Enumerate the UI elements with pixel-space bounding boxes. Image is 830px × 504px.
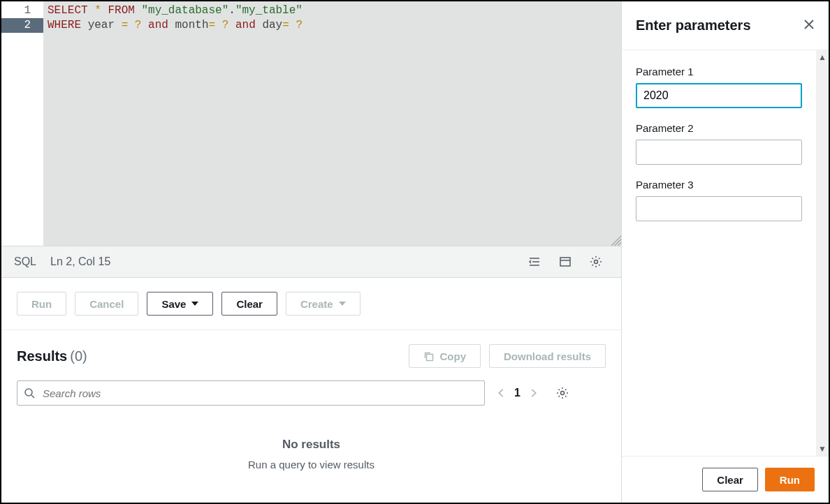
param-group-3: Parameter 3 [636,179,802,221]
kw-where: WHERE [48,19,81,31]
kw-select: SELECT [48,4,88,17]
search-box [17,380,485,406]
chevron-down-icon [191,302,198,306]
svg-point-1 [595,260,598,264]
status-cursor-pos: Ln 2, Col 15 [50,255,110,268]
status-lang: SQL [14,255,36,268]
kw-and: and [235,19,256,31]
scroll-up-icon[interactable]: ▲ [818,52,827,62]
close-icon[interactable] [803,19,815,32]
main-pane: 1 2 SELECT * FROM "my_database"."my_tabl… [1,1,622,503]
results-count: (0) [70,348,87,364]
run-button[interactable]: Run [17,292,66,316]
svg-point-4 [560,392,564,395]
results-section: Results (0) Copy Download results [1,330,621,503]
status-bar: SQL Ln 2, Col 15 [1,246,621,278]
line-number: 1 [1,3,43,18]
cancel-button[interactable]: Cancel [75,292,138,316]
str-db: "my_database" [141,4,228,17]
copy-label: Copy [439,350,466,362]
page-number: 1 [514,387,520,399]
pagination: 1 [496,387,539,399]
copy-icon [423,351,434,362]
param-input-3[interactable] [636,196,802,221]
svg-rect-0 [560,258,570,266]
op-eq: = [122,19,129,31]
chevron-down-icon [339,302,346,306]
param-group-2: Parameter 2 [636,122,802,165]
clear-button[interactable]: Clear [221,292,277,316]
kw-from: FROM [108,4,134,17]
col-year: year [88,19,115,31]
save-label: Save [161,298,186,310]
copy-button[interactable]: Copy [409,344,481,368]
code-area[interactable]: SELECT * FROM "my_database"."my_table" W… [43,1,621,246]
search-icon [24,387,35,399]
kw-and: and [148,19,168,31]
results-settings-icon[interactable] [550,380,575,406]
param-label: Parameter 1 [636,66,802,77]
resize-handle-icon[interactable] [611,236,621,246]
create-button[interactable]: Create [286,292,361,316]
scrollbar[interactable]: ▲ ▼ [816,50,829,456]
param-input-1[interactable] [636,83,802,108]
sql-editor[interactable]: 1 2 SELECT * FROM "my_database"."my_tabl… [1,1,621,246]
save-button[interactable]: Save [147,292,213,316]
settings-icon[interactable] [583,249,609,274]
panel-run-button[interactable]: Run [765,468,815,491]
format-icon[interactable] [522,249,547,274]
param-label: Parameter 2 [636,122,802,134]
download-results-button[interactable]: Download results [489,344,606,368]
prev-page-icon[interactable] [496,388,506,398]
line-number: 2 [1,18,43,33]
panel-clear-button[interactable]: Clear [702,468,758,491]
results-title: Results [17,348,67,364]
svg-rect-2 [427,354,433,360]
param-label: Parameter 3 [636,179,802,191]
op-star: * [94,4,101,17]
create-label: Create [300,298,333,310]
empty-subtitle: Run a query to view results [17,459,606,470]
action-toolbar: Run Cancel Save Clear Create [1,278,621,330]
svg-point-3 [25,389,32,396]
search-input[interactable] [17,380,485,406]
panel-title: Enter parameters [636,17,751,34]
str-tbl: "my_table" [235,4,303,17]
layout-icon[interactable] [553,249,578,274]
param-group-1: Parameter 1 [636,66,802,108]
scroll-down-icon[interactable]: ▼ [818,444,827,454]
col-month: month [175,19,209,31]
param-input-2[interactable] [636,140,802,165]
dot: . [228,4,235,17]
param-marker: ? [135,19,142,31]
op-eq: = [209,19,216,31]
empty-state: No results Run a query to view results [17,417,606,491]
parameters-panel: Enter parameters Parameter 1 Parameter 2 [622,1,829,503]
empty-title: No results [17,438,606,452]
param-marker: ? [222,19,229,31]
next-page-icon[interactable] [529,388,539,398]
panel-body: Parameter 1 Parameter 2 Parameter 3 [622,50,816,456]
param-marker: ? [296,19,303,31]
app-root: 1 2 SELECT * FROM "my_database"."my_tabl… [0,0,830,504]
panel-footer: Clear Run [622,456,829,503]
line-gutter: 1 2 [1,1,43,246]
col-day: day [262,19,282,31]
op-eq: = [282,19,289,31]
